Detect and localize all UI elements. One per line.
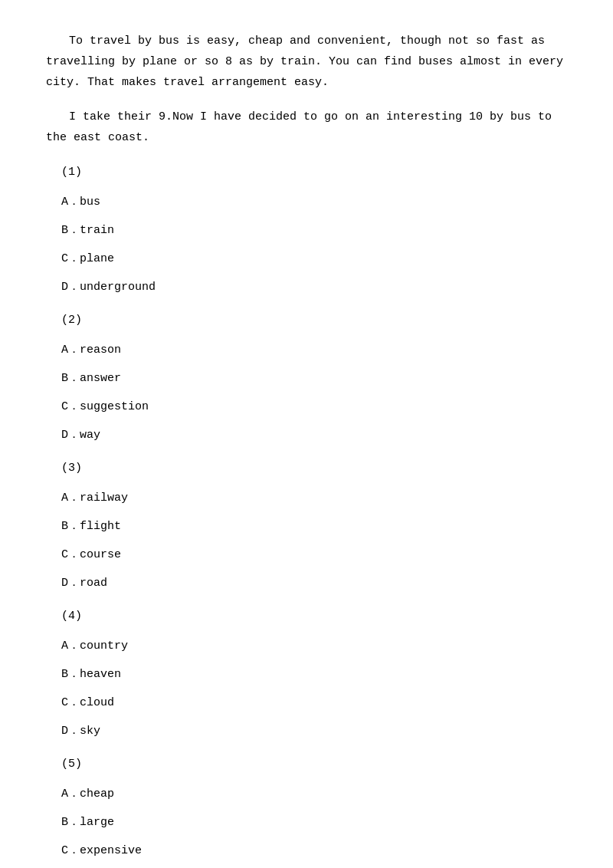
page-container: To travel by bus is easy, cheap and conv…	[0, 0, 613, 868]
option-1c: C．plane	[61, 248, 567, 269]
option-4c: C．cloud	[61, 692, 567, 713]
option-3d: D．road	[61, 573, 567, 593]
option-1a: A．bus	[61, 192, 567, 212]
passage-line1: To travel by bus is easy, cheap and conv…	[46, 31, 567, 93]
option-2a: A．reason	[61, 340, 567, 360]
option-4a: A．country	[61, 636, 567, 656]
question-3-number: (3)	[61, 458, 567, 478]
option-3b: B．flight	[61, 516, 567, 537]
option-5b: B．large	[61, 812, 567, 833]
passage-line2: I take their 9.Now I have decided to go …	[46, 107, 567, 148]
option-3c: C．course	[61, 544, 567, 565]
question-1-number: (1)	[61, 162, 567, 182]
option-4d: D．sky	[61, 721, 567, 741]
option-3a: A．railway	[61, 488, 567, 508]
option-1d: D．underground	[61, 277, 567, 298]
question-2-number: (2)	[61, 310, 567, 330]
option-2c: C．suggestion	[61, 396, 567, 417]
option-5a: A．cheap	[61, 784, 567, 804]
question-5-number: (5)	[61, 754, 567, 774]
option-4b: B．heaven	[61, 664, 567, 685]
option-2b: B．answer	[61, 368, 567, 389]
question-4-number: (4)	[61, 606, 567, 626]
option-1b: B．train	[61, 220, 567, 241]
option-2d: D．way	[61, 425, 567, 446]
option-5c: C．expensive	[61, 840, 567, 861]
